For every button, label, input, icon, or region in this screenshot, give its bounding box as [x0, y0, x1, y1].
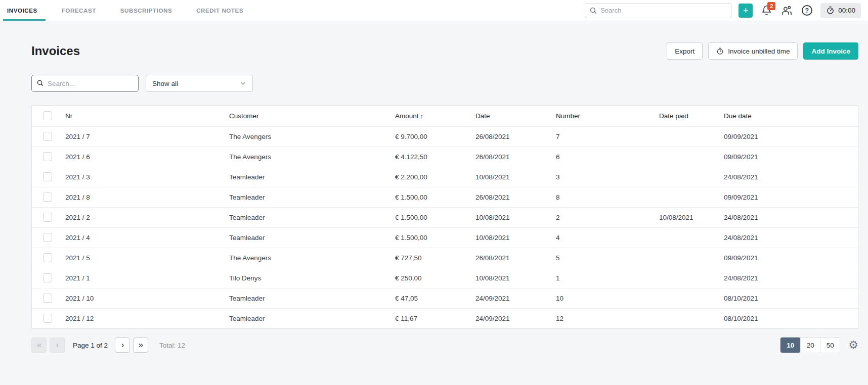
cell-date-paid — [659, 126, 724, 147]
column-header-number[interactable]: Number — [556, 106, 659, 126]
table-row[interactable]: 2021 / 10 Teamleader € 47,05 24/09/2021 … — [32, 288, 858, 308]
row-checkbox[interactable] — [43, 294, 52, 303]
table-row[interactable]: 2021 / 8 Teamleader € 1.500,00 26/08/202… — [32, 187, 858, 207]
row-checkbox[interactable] — [43, 172, 52, 181]
previous-page-button[interactable] — [50, 338, 65, 353]
row-checkbox[interactable] — [43, 132, 52, 141]
table-row[interactable]: 2021 / 6 The Avengers € 4.122,50 26/08/2… — [32, 147, 858, 167]
tab-subscriptions[interactable]: SUBSCRIPTIONS — [120, 0, 184, 21]
cell-date-paid — [659, 227, 724, 248]
row-checkbox[interactable] — [43, 253, 52, 262]
cell-customer: The Avengers — [229, 126, 395, 147]
search-icon — [36, 79, 44, 86]
last-page-button[interactable] — [133, 338, 148, 353]
table-row[interactable]: 2021 / 7 The Avengers € 9.700,00 26/08/2… — [32, 126, 858, 147]
main-tabs: INVOICES FORECAST SUBSCRIPTIONS CREDIT N… — [7, 0, 268, 21]
row-checkbox[interactable] — [43, 273, 52, 282]
table-row[interactable]: 2021 / 1 Tilo Denys € 250,00 10/08/2021 … — [32, 268, 858, 288]
tab-credit-notes[interactable]: CREDIT NOTES — [196, 0, 255, 21]
table-search-input[interactable] — [31, 75, 139, 92]
invoice-unbilled-time-button[interactable]: Invoice unbilled time — [708, 42, 798, 60]
first-page-button[interactable] — [31, 338, 47, 353]
column-header-due-date[interactable]: Due date — [724, 106, 858, 126]
cell-date-paid — [659, 288, 724, 308]
table-row[interactable]: 2021 / 2 Teamleader € 1.500,00 10/08/202… — [32, 207, 858, 227]
team-button[interactable] — [780, 4, 793, 17]
column-header-nr[interactable]: Nr — [65, 106, 229, 126]
help-button[interactable]: ? — [800, 4, 813, 17]
page-size-50[interactable]: 50 — [820, 338, 840, 353]
cell-amount: € 4.122,50 — [395, 147, 475, 167]
timer-button[interactable]: 00:00 — [820, 3, 861, 18]
chevron-right-icon — [119, 342, 126, 349]
cell-number: 1 — [556, 268, 659, 288]
next-page-button[interactable] — [115, 338, 130, 353]
page-size-10[interactable]: 10 — [780, 338, 800, 353]
chevron-down-icon — [240, 80, 246, 87]
row-checkbox[interactable] — [43, 192, 52, 202]
cell-amount: € 1.500,00 — [395, 227, 475, 248]
column-header-date[interactable]: Date — [475, 106, 556, 126]
column-header-date-paid[interactable]: Date paid — [659, 106, 724, 126]
export-label: Export — [675, 47, 695, 55]
cell-due-date: 08/10/2021 — [724, 308, 858, 328]
chevrons-right-icon — [138, 342, 144, 349]
row-checkbox[interactable] — [43, 314, 52, 323]
invoice-unbilled-label: Invoice unbilled time — [728, 47, 790, 55]
row-checkbox[interactable] — [43, 233, 52, 242]
cell-date: 26/08/2021 — [475, 126, 556, 147]
amount-header-label: Amount — [395, 112, 419, 120]
row-checkbox[interactable] — [43, 213, 52, 222]
cell-due-date: 09/09/2021 — [724, 147, 858, 167]
cell-date: 10/08/2021 — [475, 268, 556, 288]
cell-due-date: 09/09/2021 — [724, 248, 858, 268]
page-size-20[interactable]: 20 — [800, 338, 820, 353]
table-header-row: Nr Customer Amount↑ Date Number Date pai… — [32, 106, 858, 126]
tab-forecast[interactable]: FORECAST — [62, 0, 108, 21]
tab-invoices[interactable]: INVOICES — [7, 0, 50, 21]
column-header-customer[interactable]: Customer — [229, 106, 395, 126]
cell-number: 6 — [556, 147, 659, 167]
global-search — [585, 3, 731, 18]
cell-amount: € 11,67 — [395, 308, 475, 328]
cell-number: 7 — [556, 126, 659, 147]
cell-nr: 2021 / 3 — [65, 167, 229, 187]
quick-add-button[interactable]: + — [739, 4, 753, 18]
table-search — [31, 75, 139, 92]
cell-number: 10 — [556, 288, 659, 308]
cell-due-date: 24/08/2021 — [724, 227, 858, 248]
page-size-selector: 10 20 50 — [780, 337, 840, 353]
show-filter-select[interactable]: Show all — [146, 75, 253, 92]
pagination: Page 1 of 2 Total: 12 — [31, 338, 185, 353]
notifications-button[interactable]: 2 — [760, 4, 773, 17]
cell-amount: € 1.500,00 — [395, 207, 475, 227]
cell-date-paid — [659, 147, 724, 167]
cell-customer: Teamleader — [229, 207, 395, 227]
table-row[interactable]: 2021 / 5 The Avengers € 727,50 26/08/202… — [32, 248, 858, 268]
table-settings-button[interactable]: ⚙ — [848, 340, 858, 351]
chevron-left-icon — [54, 342, 61, 349]
select-all-checkbox[interactable] — [43, 111, 52, 120]
cell-date-paid — [659, 308, 724, 328]
add-invoice-button[interactable]: Add Invoice — [803, 42, 858, 60]
cell-customer: The Avengers — [229, 147, 395, 167]
cell-number: 2 — [556, 207, 659, 227]
cell-nr: 2021 / 10 — [65, 288, 229, 308]
cell-date: 10/08/2021 — [475, 207, 556, 227]
invoices-page: Invoices Export Invoice unbilled time Ad… — [0, 21, 868, 363]
table-row[interactable]: 2021 / 3 Teamleader € 2.200,00 10/08/202… — [32, 167, 858, 187]
export-button[interactable]: Export — [667, 42, 703, 60]
cell-date: 24/09/2021 — [475, 288, 556, 308]
show-filter-value: Show all — [152, 80, 178, 87]
cell-amount: € 250,00 — [395, 268, 475, 288]
cell-number: 12 — [556, 308, 659, 328]
column-header-amount[interactable]: Amount↑ — [395, 106, 475, 126]
table-row[interactable]: 2021 / 12 Teamleader € 11,67 24/09/2021 … — [32, 308, 858, 328]
row-checkbox[interactable] — [43, 152, 52, 161]
cell-amount: € 727,50 — [395, 248, 475, 268]
help-icon: ? — [802, 5, 812, 16]
cell-date: 26/08/2021 — [475, 248, 556, 268]
cell-date-paid — [659, 187, 724, 207]
global-search-input[interactable] — [585, 3, 731, 18]
table-row[interactable]: 2021 / 4 Teamleader € 1.500,00 10/08/202… — [32, 227, 858, 248]
